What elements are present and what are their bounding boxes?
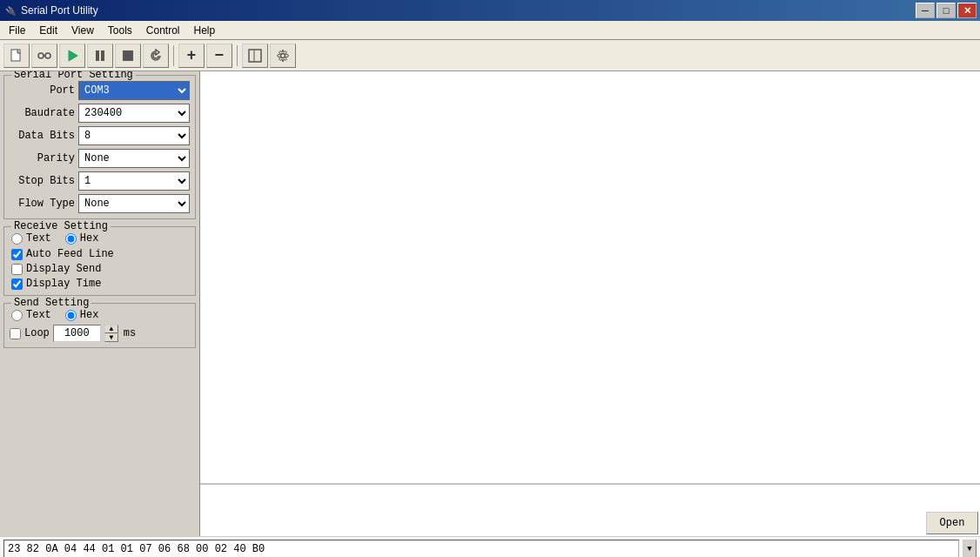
- menu-view[interactable]: View: [64, 23, 101, 38]
- right-panel: Open: [200, 71, 980, 536]
- receive-text-radio-label[interactable]: Text: [11, 232, 51, 245]
- svg-marker-4: [69, 50, 77, 61]
- baudrate-label: Baudrate: [10, 107, 75, 119]
- toolbar-refresh-button[interactable]: [143, 44, 169, 68]
- parity-select[interactable]: None OddEven: [78, 149, 190, 168]
- auto-feed-line-checkbox[interactable]: [11, 249, 23, 260]
- restore-button[interactable]: □: [936, 3, 956, 18]
- toolbar-pause-button[interactable]: [87, 44, 113, 68]
- stop-bits-label: Stop Bits: [10, 175, 75, 187]
- menu-edit[interactable]: Edit: [32, 23, 64, 38]
- toolbar-remove-button[interactable]: −: [206, 44, 232, 68]
- toolbar-stop-button[interactable]: [115, 44, 141, 68]
- display-time-row: Display Time: [10, 278, 190, 290]
- app-icon: 🔌: [3, 3, 17, 17]
- send-setting-title: Send Setting: [11, 297, 91, 309]
- parity-label: Parity: [10, 152, 75, 164]
- port-row: Port COM3 COM1COM2COM4: [10, 81, 190, 100]
- send-text-radio-label[interactable]: Text: [11, 309, 51, 321]
- scrollbar-down-arrow[interactable]: ▼: [963, 540, 977, 558]
- stop-bits-select[interactable]: 1 1.52: [78, 171, 190, 191]
- bottom-left: [200, 485, 400, 536]
- send-mode-row: Text Hex: [10, 309, 190, 321]
- toolbar: + −: [0, 40, 980, 71]
- svg-point-10: [281, 53, 285, 57]
- baudrate-select[interactable]: 230400 960019200115200: [78, 104, 190, 123]
- loop-row: Loop ▲ ▼ ms: [10, 325, 190, 342]
- port-label: Port: [10, 84, 75, 97]
- parity-row: Parity None OddEven: [10, 149, 190, 168]
- loop-value-input[interactable]: [53, 325, 101, 342]
- svg-rect-8: [249, 50, 261, 62]
- loop-spinner-down[interactable]: ▼: [104, 333, 118, 342]
- bottom-input-bar: ▼: [0, 536, 980, 557]
- receive-area[interactable]: [200, 71, 980, 484]
- send-input-field[interactable]: [400, 485, 924, 536]
- display-time-checkbox[interactable]: [11, 278, 23, 290]
- bottom-area: Open: [200, 484, 980, 536]
- flow-type-row: Flow Type None RTS/CTSXON/XOFF: [10, 194, 190, 213]
- receive-hex-radio-label[interactable]: Hex: [65, 232, 99, 245]
- receive-setting-title: Receive Setting: [11, 220, 111, 232]
- window-controls: ─ □ ✕: [916, 3, 977, 18]
- title-bar: 🔌 Serial Port Utility ─ □ ✕: [0, 0, 980, 21]
- stop-bits-row: Stop Bits 1 1.52: [10, 171, 190, 191]
- flow-type-select[interactable]: None RTS/CTSXON/XOFF: [78, 194, 190, 213]
- toolbar-sep1: [173, 45, 174, 66]
- send-text-radio[interactable]: [11, 310, 23, 321]
- bottom-hex-input[interactable]: [3, 540, 959, 558]
- menu-tools[interactable]: Tools: [101, 23, 139, 38]
- left-panel: Serial Port Setting Port COM3 COM1COM2CO…: [0, 71, 200, 536]
- minimize-button[interactable]: ─: [916, 3, 935, 18]
- toolbar-sep2: [237, 45, 238, 66]
- baudrate-row: Baudrate 230400 960019200115200: [10, 104, 190, 123]
- svg-rect-5: [96, 50, 99, 61]
- toolbar-window-button[interactable]: [242, 44, 268, 68]
- receive-text-radio[interactable]: [11, 233, 23, 245]
- serial-port-setting-title: Serial Port Setting: [11, 71, 136, 81]
- toolbar-connect-button[interactable]: [31, 44, 57, 68]
- toolbar-add-button[interactable]: +: [178, 44, 205, 68]
- receive-setting-group: Receive Setting Text Hex Auto Feed Line …: [3, 226, 196, 296]
- menu-bar: File Edit View Tools Control Help: [0, 21, 980, 40]
- loop-checkbox[interactable]: [10, 328, 21, 339]
- data-bits-select[interactable]: 8 567: [78, 126, 190, 145]
- bottom-right-inner: Open: [400, 485, 980, 536]
- toolbar-settings-button[interactable]: [270, 44, 296, 68]
- bottom-right: Open: [400, 485, 980, 536]
- send-setting-group: Send Setting Text Hex Loop ▲ ▼: [3, 303, 196, 348]
- svg-point-2: [45, 53, 50, 58]
- svg-point-1: [38, 53, 44, 58]
- display-send-label: Display Send: [26, 263, 101, 275]
- auto-feed-line-row: Auto Feed Line: [10, 248, 190, 260]
- serial-port-setting-group: Serial Port Setting Port COM3 COM1COM2CO…: [3, 75, 196, 219]
- display-send-row: Display Send: [10, 263, 190, 275]
- menu-control[interactable]: Control: [139, 23, 187, 38]
- data-bits-label: Data Bits: [10, 130, 75, 142]
- menu-file[interactable]: File: [2, 23, 32, 38]
- flow-type-label: Flow Type: [10, 198, 75, 210]
- window-title: Serial Port Utility: [21, 4, 916, 17]
- close-button[interactable]: ✕: [957, 3, 977, 18]
- port-select[interactable]: COM3 COM1COM2COM4: [78, 81, 190, 100]
- data-bits-row: Data Bits 8 567: [10, 126, 190, 145]
- open-button[interactable]: Open: [926, 512, 978, 534]
- toolbar-new-button[interactable]: [3, 44, 30, 68]
- send-hex-radio-label[interactable]: Hex: [65, 309, 99, 321]
- loop-spinner-up[interactable]: ▲: [104, 325, 118, 333]
- main-area: Serial Port Setting Port COM3 COM1COM2CO…: [0, 71, 980, 536]
- loop-unit: ms: [124, 327, 136, 339]
- receive-hex-radio[interactable]: [65, 233, 77, 245]
- display-send-checkbox[interactable]: [11, 264, 23, 275]
- auto-feed-line-label: Auto Feed Line: [26, 248, 114, 260]
- menu-help[interactable]: Help: [187, 23, 223, 38]
- loop-spinner: ▲ ▼: [104, 325, 118, 342]
- send-hex-radio[interactable]: [65, 310, 77, 321]
- svg-rect-6: [101, 50, 104, 61]
- toolbar-play-button[interactable]: [59, 44, 85, 68]
- display-time-label: Display Time: [26, 278, 101, 290]
- svg-rect-7: [123, 50, 133, 61]
- receive-mode-row: Text Hex: [10, 232, 190, 245]
- loop-label: Loop: [24, 327, 50, 339]
